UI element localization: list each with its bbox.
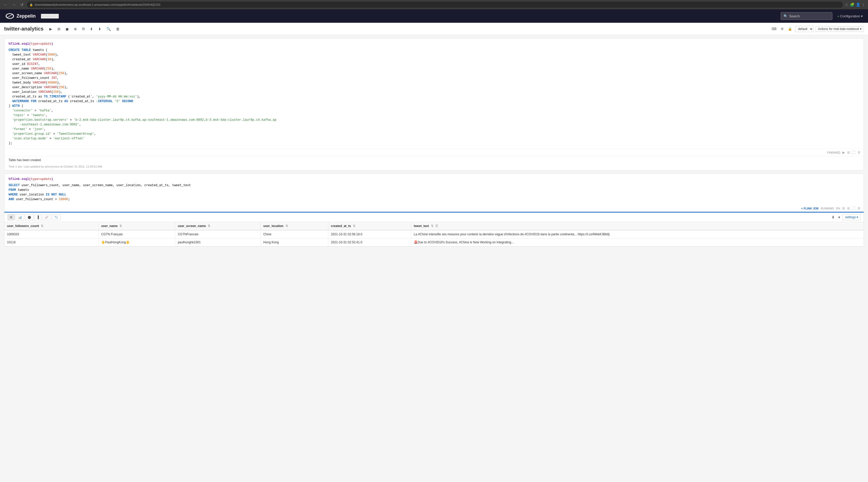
clone-button[interactable]: ⧉ [80,26,87,32]
search-icon: 🔍 [783,14,788,18]
download-button[interactable]: ⬇ [96,26,103,32]
bookmark-icon[interactable]: ☆ [845,3,848,7]
search-placeholder: Search [789,14,800,18]
cell-1-grid-icon[interactable]: ⊞ [847,150,850,154]
cell-tweet-text: La #Chine intensifie ses mesures pour co… [411,230,864,238]
col-header-label: created_at_ts [331,224,351,228]
run-all-button[interactable]: ▶ [48,26,54,32]
cell-1-fullscreen-icon[interactable]: ⛶ [852,150,855,154]
col-tweet-text[interactable]: tweet_text ⇅ ☰ [411,222,864,230]
col-header-label: tweet_text [414,224,429,228]
zeppelin-logo: Zeppelin [5,12,36,20]
search-button[interactable]: 🔍 [104,26,113,32]
lock-icon-button[interactable]: 🔒 [787,26,793,31]
table-header: user_followers_count ⇅ user_name ⇅ user_… [4,222,864,230]
col-user-location[interactable]: user_location ⇅ [261,222,328,230]
line-chart-button[interactable]: 📈 [42,214,51,220]
configuration-button[interactable]: ● Configuration ▾ [838,14,863,18]
cell-user-location: Chine [261,230,328,238]
url-text: .kinesisdataanalyticsextensions.ap-south… [34,3,160,6]
data-table-container: user_followers_count ⇅ user_name ⇅ user_… [4,222,864,247]
trash-button[interactable]: 🗑 [114,26,121,32]
col-header-label: user_name [101,224,118,228]
sort-icon: ⇅ [431,224,433,228]
col-user-followers-count[interactable]: user_followers_count ⇅ [4,222,98,230]
sort-icon: ⇅ [208,224,210,228]
cell-user-screen-name: paulhunghk1001 [175,238,261,247]
col-header-label: user_screen_name [178,224,206,228]
notebook-toolbar: twitter-analytics ▶ ⊞ ◼ ⊗ ⧉ ⬇ ⬇ 🔍 🗑 ⌨ ⚙ … [0,23,868,35]
stop-all-button[interactable]: ◼ [64,26,70,32]
main-content: %flink.ssql(type=update) CREATE TABLE tw… [0,35,868,482]
table-view-button[interactable]: ⊞ [7,214,15,220]
cell-2-grid-icon[interactable]: ⊞ [842,206,845,210]
table-toolbar: ⊞ 📊 ⬤ ▐ 📈 📉 ⬇ ▾ settings ▾ [4,212,864,222]
more-options-button[interactable]: ▾ [837,214,841,220]
sort-icon: ⇅ [119,224,122,228]
running-label: RUNNING [821,207,834,210]
cell-1: %flink.ssql(type=update) CREATE TABLE tw… [4,38,864,170]
cell-2-fullscreen-icon[interactable]: ⛶ [852,206,855,210]
profile-icon[interactable]: 👤 [856,3,860,7]
table-row: 1009333 CGTN Français CGTNFrancais Chine [4,230,864,238]
nav-forward-button[interactable]: → [11,2,17,7]
cell-2-settings-icon[interactable]: ⚙ [858,206,861,210]
keyboard-icon-button[interactable]: ⌨ [771,26,778,31]
cell-1-settings-icon[interactable]: ⚙ [858,150,861,154]
interpreter-select[interactable]: default [795,26,813,32]
settings-label: settings ▾ [845,216,858,219]
app-header: Zeppelin Notebook ▾ 🔍 Search ● Configura… [0,9,868,23]
cell-2-magic-line: %flink.ssql(type=update) [8,177,860,181]
cell-created-at-ts: 2021-10-31 02:56:18.0 [328,230,411,238]
toolbar-right: ⌨ ⚙ 🔒 default Actions for msk-bda-notebo… [771,26,864,32]
cell-1-status-bar: FINISHED ▶ ⊞ ⛶ ⚙ [4,149,864,156]
cell-1-meta: Took 1 sec. Last updated by anonymous at… [4,164,864,170]
cell-1-run-icon[interactable]: ▶ [842,150,845,154]
search-box[interactable]: 🔍 Search [781,12,832,20]
progress-label: 0% [836,207,840,210]
actions-button[interactable]: Actions for msk-bda-notebook ▾ [815,26,864,32]
nav-back-button[interactable]: ← [3,2,9,7]
notebook-nav-button[interactable]: Notebook ▾ [41,14,59,19]
sort-icon: ⇅ [41,224,43,228]
col-header-label: user_followers_count [7,224,39,228]
table-body: 1009333 CGTN Français CGTNFrancais Chine [4,230,864,247]
settings-dropdown-button[interactable]: settings ▾ [843,214,861,220]
run-all-paragraphs-button[interactable]: ⊞ [56,26,62,32]
pie-chart-button[interactable]: ⬤ [25,214,33,220]
col-created-at-ts[interactable]: created_at_ts ⇅ [328,222,411,230]
cell-1-code[interactable]: %flink.ssql(type=update) CREATE TABLE tw… [4,38,864,149]
config-label: Configuration ▾ [840,14,863,18]
cell-user-name: CGTN Français [98,230,175,238]
cell-1-output: Table has been created. [4,156,864,164]
cell-2-expand-icon[interactable]: ⊞ [847,206,850,210]
data-table: user_followers_count ⇅ user_name ⇅ user_… [4,222,864,247]
cell-1-status: FINISHED [827,151,840,154]
extension-icon[interactable]: 🧩 [850,3,854,7]
cell-2: %flink.ssql(type=update) SELECT user_fol… [4,173,864,247]
area-chart-button[interactable]: ▐ [34,214,41,220]
export-button[interactable]: ⬇ [88,26,95,32]
cell-user-location: Hong Kong [261,238,328,247]
nav-reload-button[interactable]: ↺ [19,2,25,7]
browser-chrome: ← → ↺ 🔒 .kinesisdataanalyticsextensions.… [0,0,868,9]
table-row: 10116 🖐PaulHongKong🖐 paulhunghk1001 Hong… [4,238,864,247]
col-user-name[interactable]: user_name ⇅ [98,222,175,230]
cell-tweet-text: 🚨Due to #COVID19's Success, #China Is No… [411,238,864,247]
sort-icon: ⇅ [353,224,355,228]
scatter-chart-button[interactable]: 📉 [52,214,60,220]
menu-icon[interactable]: ⋮ [862,3,865,7]
cell-user-followers-count: 1009333 [4,230,98,238]
col-menu-icon[interactable]: ☰ [435,224,438,228]
download-data-button[interactable]: ⬇ [831,214,836,220]
config-status-dot: ● [838,15,839,18]
settings-icon-button[interactable]: ⚙ [780,26,785,31]
bar-chart-button[interactable]: 📊 [16,214,24,220]
cell-2-code[interactable]: %flink.ssql(type=update) SELECT user_fol… [4,174,864,205]
cell-2-code-body: SELECT user_followers_count, user_name, … [8,183,860,202]
cell-2-status-bar: ≡ FLINK JOB RUNNING 0% ⊞ ⊞ ⛶ ⚙ [4,205,864,212]
url-bar[interactable]: 🔒 .kinesisdataanalyticsextensions.ap-sou… [27,2,843,8]
col-header-label: user_location [263,224,283,228]
col-user-screen-name[interactable]: user_screen_name ⇅ [175,222,261,230]
clear-all-button[interactable]: ⊗ [72,26,79,32]
